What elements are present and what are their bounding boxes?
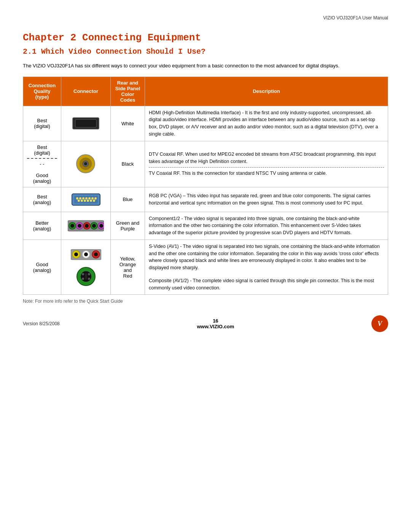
quality-cell: Best(analog) [23,187,61,212]
note-text: Note: For more info refer to the Quick S… [23,299,388,304]
svg-point-6 [84,162,87,165]
col-header-quality: Connection Quality (type) [23,77,61,106]
svg-point-21 [93,200,95,202]
svg-point-30 [92,224,96,228]
svideo-svg [76,267,96,286]
description-cell: DTV Coaxial RF. When used for MPEG2 enco… [145,141,388,187]
coax-connector-image [65,153,107,174]
svg-point-37 [84,252,88,256]
description-cell: Component1/2 - The video signal is separ… [145,212,388,240]
svg-point-32 [99,224,103,228]
hdmi-svg [72,116,100,131]
desc-text-2: TV Coaxial RF. This is the connection fo… [149,170,384,177]
color-label: Blue [115,197,141,202]
col-header-color: Rear and Side Panel Color Codes [111,77,145,106]
quality-cell: Best(digital) [23,106,61,141]
connector-cell [61,187,111,212]
col-header-description: Description [145,77,388,106]
table-row: Best(analog) [23,187,388,212]
manual-title: VIZIO VOJ320F1A User Manual [23,15,388,21]
svideo-connector-image [76,267,96,286]
hdmi-connector-image [65,116,107,131]
svg-rect-8 [74,196,98,203]
svg-point-9 [76,197,78,200]
svg-point-12 [85,197,88,200]
desc-text-1: DTV Coaxial RF. When used for MPEG2 enco… [149,151,384,165]
quality-label: Best(analog) [27,194,57,205]
svg-point-28 [85,224,89,228]
color-cell: Yellow,OrangeandRed [111,240,145,295]
color-label: Yellow,OrangeandRed [115,256,141,279]
color-cell: Blue [111,187,145,212]
footer-center: 16 www.VIZIO.com [197,318,234,329]
svg-point-45 [88,278,90,280]
table-row: Better(analog) [23,212,388,240]
desc-text-2: Composite (AV1/2) - The complete video s… [149,277,384,292]
description-cell: HDMI (High-Definition Multimedia Interfa… [145,106,388,141]
svg-point-10 [79,197,81,200]
svg-rect-46 [85,273,87,280]
connection-table: Connection Quality (type) Connector Rear… [23,77,388,295]
vga-svg [71,192,101,207]
quality-label: Best(digital) [27,118,57,129]
color-label: Green and Purple [115,220,141,232]
component-svg [68,219,104,233]
footer-page: 16 [197,318,234,324]
vga-connector-image [65,192,107,207]
coax-svg [75,153,96,174]
description-cell: RGB PC (VGA) – This video input has sepa… [145,187,388,212]
table-row: Good(analog) [23,240,388,295]
color-label: Black [115,161,141,167]
component-connector-image [65,219,107,233]
rca-svg [71,248,101,261]
quality-label: Better(analog) [27,220,57,232]
footer-right: V [371,315,388,332]
svg-point-14 [91,197,94,200]
svg-point-24 [70,224,74,228]
table-row: Best(digital) - - Good(analog) [23,141,388,187]
svg-point-15 [94,197,97,200]
desc-text-1: S-Video (AV1) - The video signal is sepa… [149,243,384,272]
quality-label-3: Good(analog) [27,167,57,184]
quality-cell: Good(analog) [23,240,61,295]
vizio-logo: V [371,315,388,332]
svg-point-42 [82,273,84,275]
svg-point-16 [78,200,80,202]
color-label: White [115,121,141,126]
svg-point-39 [94,252,98,256]
svg-point-18 [84,200,86,202]
svg-point-43 [88,273,90,275]
svg-rect-2 [76,120,96,126]
section-title: 2.1 Which Video Connection Should I Use? [23,47,388,56]
connector-cell [61,240,111,295]
svg-point-26 [78,224,81,228]
svg-point-35 [74,252,78,256]
quality-label: Best(digital) [27,144,57,156]
svg-point-17 [81,200,83,202]
connector-cell [61,141,111,187]
svg-point-19 [87,200,89,202]
svg-point-13 [88,197,91,200]
color-cell: Black [111,141,145,187]
quality-label-2: - - [27,161,57,167]
table-row: Best(digital) White HDMI (High-De [23,106,388,141]
description-text: Component1/2 - The video signal is separ… [149,215,384,236]
quality-cell: Better(analog) [23,212,61,240]
svideo-connector-wrap [65,246,107,288]
quality-label: Good(analog) [27,262,57,273]
col-header-connector: Connector [61,77,111,106]
svg-point-20 [90,200,92,202]
color-cell: White [111,106,145,141]
svg-point-44 [82,278,84,280]
description-text: RGB PC (VGA) – This video input has sepa… [149,192,384,207]
intro-text: The VIZIO VOJ320F1A has six different wa… [23,62,388,70]
connector-cell [61,106,111,141]
color-cell: Green and Purple [111,212,145,240]
footer: Version 8/25/2008 16 www.VIZIO.com V [23,315,388,332]
description-cell: S-Video (AV1) - The video signal is sepa… [145,240,388,295]
vizio-logo-letter: V [378,320,382,328]
quality-cell: Best(digital) - - Good(analog) [23,141,61,187]
rca-connector-image [71,248,101,261]
description-text: HDMI (High-Definition Multimedia Interfa… [149,109,384,138]
chapter-title: Chapter 2 Connecting Equipment [23,32,388,43]
